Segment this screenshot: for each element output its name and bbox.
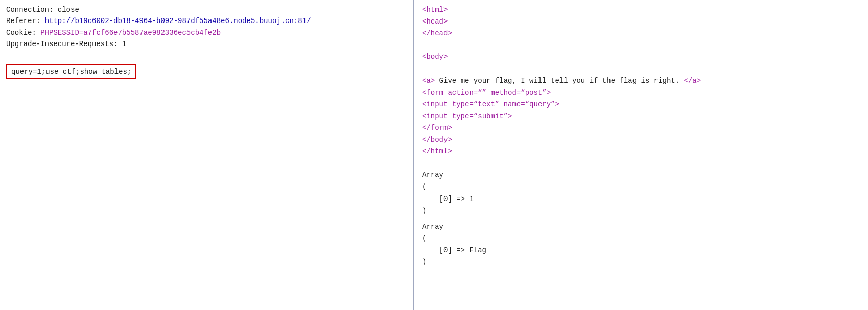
connection-line: Connection: close: [6, 4, 407, 15]
array-output-2: Array ( [0] => Flag ): [422, 221, 860, 268]
right-panel: <html> <head> </head> <body> <a> Give me…: [414, 0, 868, 310]
cookie-line: Cookie: PHPSESSID=a7fcf66e7b5587ae982336…: [6, 27, 407, 38]
blank-1: [422, 39, 860, 51]
input-text-line: <input type=“text” name=“query”>: [422, 99, 860, 110]
html-open-tag: <html>: [422, 4, 860, 16]
form-close-tag: </form>: [422, 122, 860, 134]
upgrade-line: Upgrade-Insecure-Requests: 1: [6, 38, 407, 50]
cookie-value: PHPSESSID=a7fcf66e7b5587ae982336ec5cb4fe…: [40, 29, 221, 37]
input-submit-line: <input type=“submit”>: [422, 110, 860, 122]
body-close-tag: </body>: [422, 134, 860, 146]
blank-2: [422, 63, 860, 75]
a-line: <a> Give me your flag, I will tell you i…: [422, 75, 860, 87]
referer-line: Referer: http://b19c6002-db18-4964-b092-…: [6, 15, 407, 27]
head-open-tag: <head>: [422, 16, 860, 28]
array-output-1: Array ( [0] => 1 ): [422, 169, 860, 216]
form-line: <form action=“” method=“post”>: [422, 87, 860, 99]
blank-3: [422, 158, 860, 169]
head-close-tag: </head>: [422, 28, 860, 39]
referer-url: http://b19c6002-db18-4964-b092-987df55a4…: [45, 17, 311, 25]
body-open-tag: <body>: [422, 51, 860, 63]
left-panel: Connection: close Referer: http://b19c60…: [0, 0, 414, 310]
html-close-tag: </html>: [422, 146, 860, 158]
query-box: query=1;use ctf;show tables;: [6, 64, 136, 79]
